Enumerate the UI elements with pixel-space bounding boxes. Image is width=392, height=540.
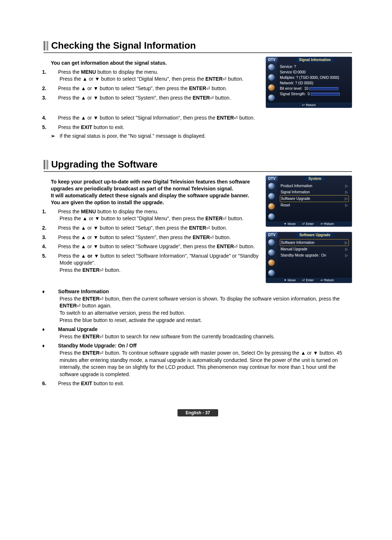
step-5: 5.Press the EXIT button to exit.: [51, 124, 352, 131]
enter-hint: ⏎ Enter: [302, 278, 314, 282]
line-network: Network: ? (ID 0000): [280, 80, 349, 86]
section2-intro: To keep your product up-to-date with new…: [51, 178, 259, 206]
osd-stack: DTV System Product Information▷ Signal I…: [266, 176, 352, 288]
bullet-standby-mode-upgrade: ♦Standby Mode Upgrade: On / OffPress the…: [51, 342, 352, 378]
section-title: Checking the Signal Information: [51, 40, 196, 51]
step-4: 4.Press the ▲ or ▼ button to select "Sof…: [51, 243, 259, 250]
section1-steps-cont: 4.Press the ▲ or ▼ button to select "Sig…: [44, 114, 352, 131]
osd-footer: ✦ Move ⏎ Enter ↩ Return: [266, 278, 352, 283]
step-6: 6.Press the EXIT button to exit.: [51, 380, 352, 387]
sig-val: 0: [308, 92, 310, 96]
osd-top: DTV Signal Information: [266, 57, 352, 63]
bullet-title: Software Information: [58, 289, 109, 294]
line-bit-error: Bit error level: 10: [280, 86, 349, 91]
section1-text: You can get information about the signal…: [44, 57, 259, 104]
step-3: 3.Press the ▲ or ▼ button to select "Sys…: [51, 234, 259, 241]
line-signal-strength: Signal Strength: 0: [280, 91, 349, 97]
osd-main: Product Information▷ Signal Information▷…: [277, 181, 352, 221]
section2-steps-cont: 6.Press the EXIT button to exit.: [44, 380, 352, 387]
move-hint: ✦ Move: [284, 222, 296, 226]
section-header-upgrade: Upgrading the Software: [44, 159, 352, 172]
bit-error-bar: [309, 87, 338, 90]
menu-item-standby-mode-upgrade[interactable]: Standby Mode upgrade : On▷: [280, 252, 349, 258]
osd-sidebar: [266, 238, 277, 278]
return-hint: ↩ Return: [320, 222, 334, 226]
osd-signal-information: DTV Signal Information Service: ? Servic…: [266, 57, 352, 113]
step-2: 2.Press the ▲ or ▼ button to select "Set…: [51, 225, 259, 232]
menu-item-reset[interactable]: Reset▷: [280, 202, 349, 208]
return-hint: ↩ Return: [320, 278, 334, 282]
header-accent-bars: [44, 41, 48, 51]
header-accent-bars: [44, 160, 48, 169]
step-1: 1.Press the MENU button to display the m…: [51, 208, 259, 222]
note-text: If the signal status is poor, the "No si…: [68, 133, 206, 139]
bullet-software-information: ♦Software InformationPress the ENTER⏎ bu…: [51, 288, 352, 324]
section-header-signal: Checking the Signal Information: [44, 40, 352, 53]
osd-tab-dtv: DTV: [266, 232, 278, 238]
diamond-icon: ♦: [51, 342, 58, 350]
globe-icon: [268, 239, 275, 246]
osd-system: DTV System Product Information▷ Signal I…: [266, 176, 352, 227]
section1-content: You can get information about the signal…: [44, 57, 352, 113]
bit-val: 10: [304, 86, 308, 90]
return-hint: ↩ Return: [302, 103, 316, 107]
item-label: Manual Upgrade: [281, 246, 307, 252]
section2-content: To keep your product up-to-date with new…: [44, 176, 352, 288]
osd-top: DTV System: [266, 176, 352, 181]
osd-title-wrap: Software Upgrade: [278, 232, 352, 238]
step-4: 4.Press the ▲ or ▼ button to select "Sig…: [51, 114, 352, 122]
enter-hint: ⏎ Enter: [302, 222, 314, 226]
sig-label: Signal Strength:: [280, 92, 306, 96]
chevron-right-icon: ▷: [345, 246, 348, 252]
step-3: 3.Press the ▲ or ▼ button to select "Sys…: [51, 94, 259, 102]
diamond-icon: ♦: [51, 326, 58, 333]
osd-title-wrap: System: [278, 176, 352, 181]
osd-body: Product Information▷ Signal Information▷…: [266, 181, 352, 221]
osd-main: Service: ? Service ID:0000 Multiplex: ? …: [277, 63, 352, 102]
osd-top: DTV Software Upgrade: [266, 232, 352, 238]
section1-steps: 1.Press the MENU button to display the m…: [44, 69, 259, 101]
bullet-title: Standby Mode Upgrade: On / Off: [58, 343, 136, 348]
item-label: Reset: [281, 202, 290, 208]
menu-item-software-upgrade[interactable]: Software Upgrade▷: [280, 195, 349, 202]
diamond-icon: ♦: [51, 288, 58, 295]
page-number-pill: English - 37: [177, 409, 218, 416]
section2-text: To keep your product up-to-date with new…: [44, 176, 259, 276]
osd-title: System: [304, 176, 326, 181]
menu-item-product-information[interactable]: Product Information▷: [280, 183, 349, 189]
step-1: 1.Press the MENU button to display the m…: [51, 69, 259, 83]
bullet-title: Manual Upgrade: [58, 326, 98, 332]
osd-tab-dtv: DTV: [266, 57, 278, 63]
osd-tab-dtv: DTV: [266, 176, 278, 181]
chevron-right-icon: ▷: [345, 183, 348, 189]
menu-item-software-information[interactable]: Software Information▷: [280, 239, 349, 246]
manual-page: Checking the Signal Information You can …: [0, 0, 392, 431]
settings-icon: [268, 259, 275, 266]
osd-main: Software Information▷ Manual Upgrade▷ St…: [277, 238, 352, 278]
picture-icon: [268, 249, 275, 256]
item-label: Software Information: [281, 240, 314, 245]
sound-icon: [268, 94, 275, 101]
osd-software-upgrade: DTV Software Upgrade Software Informatio…: [266, 232, 352, 283]
sound-icon: [268, 270, 275, 276]
menu-item-signal-information[interactable]: Signal Information▷: [280, 189, 349, 195]
globe-icon: [268, 64, 275, 70]
osd-sidebar: [266, 63, 277, 102]
picture-icon: [268, 193, 275, 200]
osd-sidebar: [266, 181, 277, 221]
menu-item-manual-upgrade[interactable]: Manual Upgrade▷: [280, 246, 349, 252]
osd-block: DTV Signal Information Service: ? Servic…: [266, 57, 352, 108]
osd-footer: ↩ Return: [266, 102, 352, 108]
settings-icon: [268, 84, 275, 91]
osd-body: Service: ? Service ID:0000 Multiplex: ? …: [266, 63, 352, 102]
bullet-manual-upgrade: ♦Manual UpgradePress the ENTER⏎ button t…: [51, 326, 352, 340]
chevron-right-icon: ▷: [345, 240, 348, 245]
bit-label: Bit error level:: [280, 86, 302, 90]
item-label: Standby Mode upgrade : On: [281, 253, 326, 258]
section-title: Upgrading the Software: [51, 159, 158, 170]
move-hint: ✦ Move: [284, 278, 296, 282]
item-label: Product Information: [281, 183, 312, 189]
line-service: Service: ?: [280, 64, 349, 69]
chevron-right-icon: ▷: [345, 189, 348, 195]
osd-footer: ✦ Move ⏎ Enter ↩ Return: [266, 221, 352, 226]
